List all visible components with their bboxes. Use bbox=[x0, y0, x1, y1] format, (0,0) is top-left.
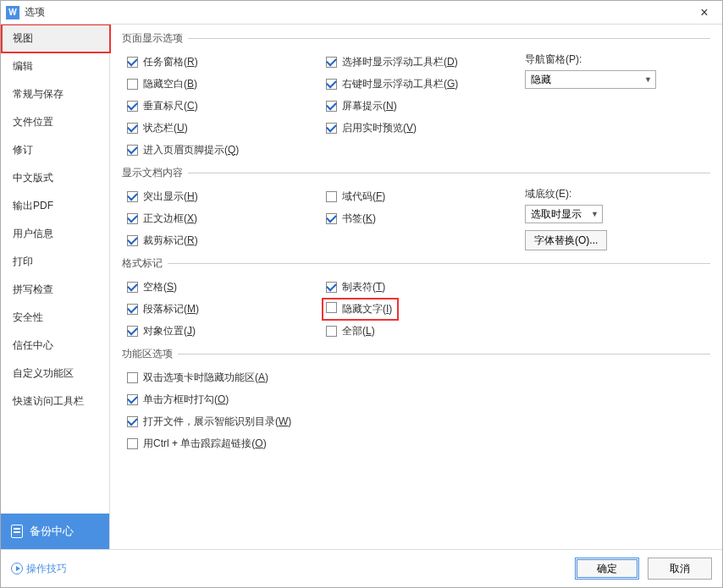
chevron-down-icon: ▼ bbox=[644, 75, 652, 84]
checkbox-icon bbox=[127, 235, 138, 246]
nav-pane-value: 隐藏 bbox=[531, 73, 551, 87]
cancel-button[interactable]: 取消 bbox=[648, 558, 712, 580]
doc-content-checkbox[interactable]: 书签(K) bbox=[321, 207, 520, 229]
checkbox-label: 段落标记(M) bbox=[143, 302, 199, 316]
section-doc-content: 显示文档内容 突出显示(H)正文边框(X)裁剪标记(R) 域代码(F)书签(K)… bbox=[122, 166, 710, 251]
doc-content-checkbox[interactable]: 域代码(F) bbox=[321, 185, 520, 207]
backup-icon bbox=[11, 525, 23, 538]
font-replace-button[interactable]: 字体替换(O)... bbox=[525, 230, 607, 250]
checkbox-icon bbox=[127, 394, 138, 405]
checkbox-label: 隐藏空白(B) bbox=[143, 77, 197, 91]
checkbox-icon bbox=[127, 123, 138, 134]
checkbox-icon bbox=[127, 282, 138, 293]
sidebar-item[interactable]: 文件位置 bbox=[1, 108, 109, 136]
format-marks-checkbox[interactable]: 段落标记(M) bbox=[122, 298, 321, 320]
doc-content-checkbox[interactable]: 突出显示(H) bbox=[122, 185, 321, 207]
checkbox-label: 对象位置(J) bbox=[143, 324, 196, 338]
sidebar-item[interactable]: 安全性 bbox=[1, 304, 109, 332]
field-shading-value: 选取时显示 bbox=[531, 207, 582, 222]
checkbox-label: 隐藏文字(I) bbox=[342, 302, 392, 316]
app-icon: W bbox=[6, 6, 19, 19]
doc-content-checkbox[interactable]: 裁剪标记(R) bbox=[122, 229, 321, 251]
checkbox-label: 裁剪标记(R) bbox=[143, 234, 198, 248]
checkbox-icon bbox=[127, 57, 138, 68]
checkbox-icon bbox=[326, 101, 337, 112]
ribbon-checkbox[interactable]: 打开文件，展示智能识别目录(W) bbox=[122, 410, 710, 432]
page-display-checkbox[interactable]: 状态栏(U) bbox=[122, 117, 321, 139]
checkbox-label: 域代码(F) bbox=[342, 190, 385, 204]
sidebar-item[interactable]: 常规与保存 bbox=[1, 80, 109, 108]
format-marks-checkbox[interactable]: 空格(S) bbox=[122, 276, 321, 298]
page-display-checkbox[interactable]: 垂直标尺(C) bbox=[122, 95, 321, 117]
sidebar-item[interactable]: 用户信息 bbox=[1, 220, 109, 248]
section-format-marks: 格式标记 空格(S)段落标记(M)对象位置(J) 制表符(T)隐藏文字(I)全部… bbox=[122, 256, 710, 342]
section-page-display: 页面显示选项 任务窗格(R)隐藏空白(B)垂直标尺(C)状态栏(U)进入页眉页脚… bbox=[122, 31, 710, 161]
section-legend: 页面显示选项 bbox=[122, 31, 188, 46]
page-display-checkbox[interactable]: 任务窗格(R) bbox=[122, 51, 321, 73]
checkbox-label: 状态栏(U) bbox=[143, 121, 188, 135]
doc-content-checkbox[interactable]: 正文边框(X) bbox=[122, 207, 321, 229]
sidebar-item[interactable]: 快速访问工具栏 bbox=[1, 387, 109, 415]
checkbox-label: 突出显示(H) bbox=[143, 190, 198, 204]
section-legend: 功能区选项 bbox=[122, 347, 178, 361]
checkbox-icon bbox=[127, 79, 138, 90]
page-display-checkbox[interactable]: 右键时显示浮动工具栏(G) bbox=[321, 73, 520, 95]
checkbox-icon bbox=[127, 101, 138, 112]
checkbox-icon bbox=[127, 416, 138, 427]
checkbox-label: 进入页眉页脚提示(Q) bbox=[143, 143, 239, 157]
sidebar-item[interactable]: 视图 bbox=[1, 25, 109, 52]
field-shading-label: 域底纹(E): bbox=[525, 187, 710, 201]
sidebar-item[interactable]: 信任中心 bbox=[1, 332, 109, 360]
ribbon-checkbox[interactable]: 单击方框时打勾(O) bbox=[122, 388, 710, 410]
checkbox-label: 打开文件，展示智能识别目录(W) bbox=[143, 415, 291, 429]
sidebar-item[interactable]: 修订 bbox=[1, 136, 109, 164]
checkbox-label: 选择时显示浮动工具栏(D) bbox=[342, 55, 458, 69]
options-dialog: W 选项 × 视图编辑常规与保存文件位置修订中文版式输出PDF用户信息打印拼写检… bbox=[0, 0, 723, 588]
page-display-checkbox[interactable]: 选择时显示浮动工具栏(D) bbox=[321, 51, 520, 73]
ribbon-checkbox[interactable]: 双击选项卡时隐藏功能区(A) bbox=[122, 366, 710, 388]
sidebar-item[interactable]: 编辑 bbox=[1, 52, 109, 80]
checkbox-label: 启用实时预览(V) bbox=[342, 121, 417, 135]
nav-pane-dropdown[interactable]: 隐藏 ▼ bbox=[525, 70, 656, 89]
checkbox-icon bbox=[326, 326, 337, 337]
nav-pane-label: 导航窗格(P): bbox=[525, 52, 710, 67]
checkbox-label: 全部(L) bbox=[342, 324, 375, 338]
dialog-title: 选项 bbox=[25, 5, 692, 19]
checkbox-label: 空格(S) bbox=[143, 280, 177, 294]
page-display-checkbox[interactable]: 启用实时预览(V) bbox=[321, 117, 520, 139]
checkbox-icon bbox=[326, 123, 337, 134]
chevron-down-icon: ▼ bbox=[591, 210, 599, 218]
page-display-checkbox[interactable]: 屏幕提示(N) bbox=[321, 95, 520, 117]
checkbox-label: 双击选项卡时隐藏功能区(A) bbox=[143, 371, 268, 385]
page-display-checkbox[interactable]: 进入页眉页脚提示(Q) bbox=[122, 139, 321, 161]
content-panel: 页面显示选项 任务窗格(R)隐藏空白(B)垂直标尺(C)状态栏(U)进入页眉页脚… bbox=[110, 25, 722, 549]
checkbox-label: 制表符(T) bbox=[342, 280, 385, 294]
section-ribbon-options: 功能区选项 双击选项卡时隐藏功能区(A)单击方框时打勾(O)打开文件，展示智能识… bbox=[122, 347, 710, 454]
checkbox-icon bbox=[326, 213, 337, 224]
format-marks-checkbox[interactable]: 制表符(T) bbox=[321, 276, 520, 298]
format-marks-checkbox[interactable]: 隐藏文字(I) bbox=[321, 298, 520, 320]
checkbox-label: 右键时显示浮动工具栏(G) bbox=[342, 77, 458, 91]
sidebar-item[interactable]: 打印 bbox=[1, 248, 109, 276]
format-marks-checkbox[interactable]: 全部(L) bbox=[321, 320, 520, 342]
checkbox-icon bbox=[326, 302, 337, 313]
sidebar-item[interactable]: 输出PDF bbox=[1, 192, 109, 220]
tips-label: 操作技巧 bbox=[26, 562, 67, 576]
page-display-checkbox[interactable]: 隐藏空白(B) bbox=[122, 73, 321, 95]
checkbox-label: 垂直标尺(C) bbox=[143, 99, 198, 113]
sidebar-item[interactable]: 自定义功能区 bbox=[1, 360, 109, 387]
backup-center-button[interactable]: 备份中心 bbox=[1, 514, 109, 549]
sidebar-item[interactable]: 中文版式 bbox=[1, 164, 109, 192]
field-shading-dropdown[interactable]: 选取时显示 ▼ bbox=[525, 205, 603, 223]
tips-link[interactable]: 操作技巧 bbox=[11, 562, 566, 576]
ribbon-checkbox[interactable]: 用Ctrl + 单击跟踪超链接(O) bbox=[122, 432, 710, 454]
checkbox-icon bbox=[127, 438, 138, 449]
checkbox-icon bbox=[127, 145, 138, 156]
close-button[interactable]: × bbox=[692, 4, 717, 21]
footer: 操作技巧 确定 取消 bbox=[1, 549, 722, 587]
format-marks-checkbox[interactable]: 对象位置(J) bbox=[122, 320, 321, 342]
checkbox-label: 正文边框(X) bbox=[143, 212, 197, 226]
section-legend: 格式标记 bbox=[122, 256, 168, 271]
sidebar-item[interactable]: 拼写检查 bbox=[1, 276, 109, 304]
ok-button[interactable]: 确定 bbox=[575, 558, 639, 580]
